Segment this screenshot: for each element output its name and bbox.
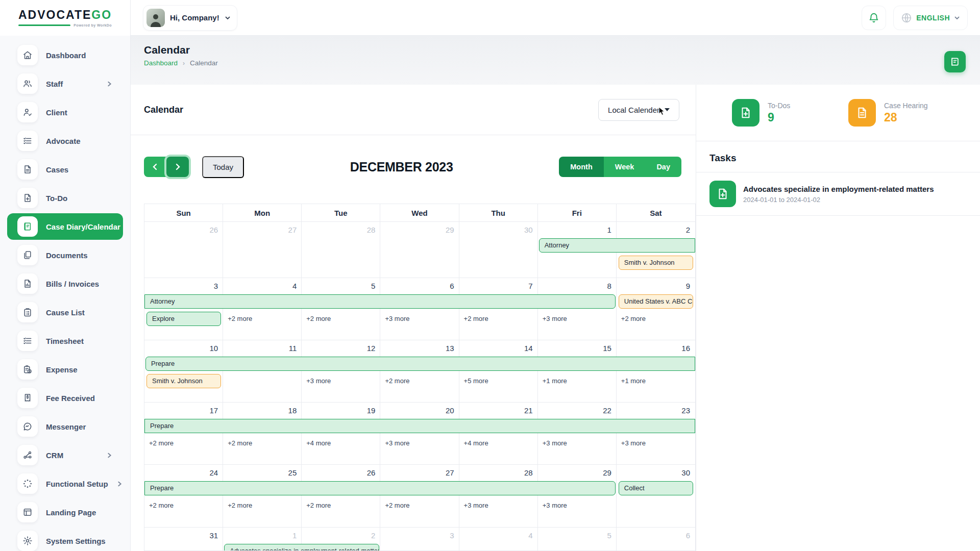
day-cell[interactable]: 5 <box>302 278 380 293</box>
calendar-source-dropdown[interactable]: Local Calender <box>598 99 679 121</box>
day-cell[interactable]: 3 <box>380 528 459 543</box>
day-cell[interactable]: 27 <box>380 465 459 480</box>
day-cell[interactable]: 28 <box>459 465 538 480</box>
more-events-link[interactable]: +2 more <box>144 436 223 450</box>
more-events-link[interactable]: +2 more <box>380 498 459 513</box>
event-chip[interactable]: Explore <box>146 312 221 326</box>
day-cell[interactable]: 1 <box>223 528 302 543</box>
day-cell[interactable]: 4 <box>223 278 302 293</box>
notifications-button[interactable] <box>862 6 886 30</box>
sidebar-item-expense[interactable]: Expense <box>7 355 123 384</box>
more-events-link[interactable]: +3 more <box>459 498 538 513</box>
sidebar-item-staff[interactable]: Staff <box>7 69 123 98</box>
day-cell[interactable]: 21 <box>459 403 538 418</box>
more-events-link[interactable]: +4 more <box>459 436 538 450</box>
sidebar-item-timesheet[interactable]: Timesheet <box>7 327 123 355</box>
more-events-link[interactable]: +2 more <box>144 498 223 513</box>
day-cell[interactable]: 4 <box>459 528 538 543</box>
event-chip[interactable]: Smith v. Johnson <box>619 256 693 270</box>
day-cell[interactable]: 1 <box>538 222 617 237</box>
event-bar[interactable]: Prepare <box>145 357 695 371</box>
day-cell[interactable]: 28 <box>302 222 380 237</box>
day-cell[interactable]: 29 <box>380 222 459 237</box>
day-cell[interactable]: 18 <box>223 403 302 418</box>
day-cell[interactable]: 25 <box>223 465 302 480</box>
event-bar[interactable]: Advocates specialize in employment-relat… <box>224 544 379 551</box>
case-diary-shortcut-button[interactable] <box>944 51 966 72</box>
more-events-link[interactable]: +4 more <box>302 436 380 450</box>
more-events-link[interactable]: +3 more <box>617 436 695 450</box>
more-events-link[interactable]: +3 more <box>380 436 459 450</box>
day-cell[interactable]: 2 <box>617 222 695 237</box>
task-item[interactable]: Advocates specialize in employment-relat… <box>696 172 980 216</box>
more-events-link[interactable]: +3 more <box>538 312 617 326</box>
view-day-button[interactable]: Day <box>645 157 681 177</box>
more-events-link[interactable]: +2 more <box>223 436 302 450</box>
sidebar-item-fee-received[interactable]: Fee Received <box>7 384 123 412</box>
prev-month-button[interactable] <box>144 157 166 177</box>
day-cell[interactable]: 30 <box>617 465 695 480</box>
day-cell[interactable]: 2 <box>302 528 380 543</box>
sidebar-item-bills-invoices[interactable]: Bills / Invoices <box>7 269 123 298</box>
day-cell[interactable]: 14 <box>459 340 538 356</box>
day-cell[interactable]: 9 <box>617 278 695 293</box>
sidebar-item-to-do[interactable]: To-Do <box>7 184 123 212</box>
day-cell[interactable]: 31 <box>144 528 223 543</box>
day-cell[interactable]: 27 <box>223 222 302 237</box>
more-events-link[interactable]: +2 more <box>223 312 302 326</box>
sidebar-item-dashboard[interactable]: Dashboard <box>7 41 123 69</box>
account-menu[interactable]: Hi, Company! <box>143 5 237 31</box>
more-events-link[interactable]: +2 more <box>302 498 380 513</box>
more-events-link[interactable]: +2 more <box>380 374 459 388</box>
more-events-link[interactable]: +3 more <box>538 498 617 513</box>
event-chip[interactable]: Collect <box>619 481 693 495</box>
day-cell[interactable]: 20 <box>380 403 459 418</box>
sidebar-item-crm[interactable]: CRM <box>7 441 123 469</box>
more-events-link[interactable]: +2 more <box>459 312 538 326</box>
sidebar-item-functional-setup[interactable]: Functional Setup <box>7 469 123 498</box>
day-cell[interactable]: 3 <box>144 278 223 293</box>
next-month-button[interactable] <box>166 157 189 177</box>
sidebar-item-messenger[interactable]: Messenger <box>7 412 123 441</box>
event-bar[interactable]: Prepare <box>144 419 695 433</box>
event-bar[interactable]: Attorney <box>144 294 616 309</box>
more-events-link[interactable]: +2 more <box>302 312 380 326</box>
language-selector[interactable]: ENGLISH <box>893 6 968 30</box>
sidebar-item-landing-page[interactable]: Landing Page <box>7 498 123 527</box>
day-cell[interactable]: 6 <box>380 278 459 293</box>
sidebar-item-client[interactable]: Client <box>7 98 123 127</box>
day-cell[interactable]: 11 <box>223 340 302 356</box>
day-cell[interactable]: 7 <box>459 278 538 293</box>
day-cell[interactable]: 24 <box>144 465 223 480</box>
sidebar-item-case-diary-calendar[interactable]: Case Diary/Calendar <box>7 213 123 240</box>
sidebar-item-cases[interactable]: Cases <box>7 155 123 184</box>
more-events-link[interactable]: +5 more <box>459 374 538 388</box>
more-events-link[interactable]: +1 more <box>617 374 695 388</box>
breadcrumb-dashboard[interactable]: Dashboard <box>144 59 178 67</box>
sidebar-item-cause-list[interactable]: Cause List <box>7 298 123 327</box>
event-chip[interactable]: United States v. ABC C <box>619 294 693 309</box>
day-cell[interactable]: 15 <box>538 340 617 356</box>
day-cell[interactable]: 12 <box>302 340 380 356</box>
view-week-button[interactable]: Week <box>604 157 646 177</box>
more-events-link[interactable]: +3 more <box>538 436 617 450</box>
day-cell[interactable]: 30 <box>459 222 538 237</box>
day-cell[interactable]: 13 <box>380 340 459 356</box>
view-month-button[interactable]: Month <box>559 157 603 177</box>
more-events-link[interactable]: +1 more <box>538 374 617 388</box>
day-cell[interactable]: 22 <box>538 403 617 418</box>
event-chip[interactable]: Smith v. Johnson <box>146 374 221 388</box>
more-events-link[interactable]: +3 more <box>380 312 459 326</box>
day-cell[interactable]: 5 <box>538 528 617 543</box>
day-cell[interactable]: 10 <box>144 340 223 356</box>
day-cell[interactable]: 17 <box>144 403 223 418</box>
day-cell[interactable]: 23 <box>617 403 695 418</box>
sidebar-item-documents[interactable]: Documents <box>7 241 123 269</box>
event-bar[interactable]: Attorney <box>539 238 695 253</box>
sidebar-item-advocate[interactable]: Advocate <box>7 127 123 155</box>
sidebar-item-system-settings[interactable]: System Settings <box>7 527 123 551</box>
day-cell[interactable]: 26 <box>144 222 223 237</box>
brand-logo[interactable]: ADVOCATEGO Powered by WorkDo <box>0 0 131 36</box>
day-cell[interactable]: 8 <box>538 278 617 293</box>
day-cell[interactable]: 26 <box>302 465 380 480</box>
